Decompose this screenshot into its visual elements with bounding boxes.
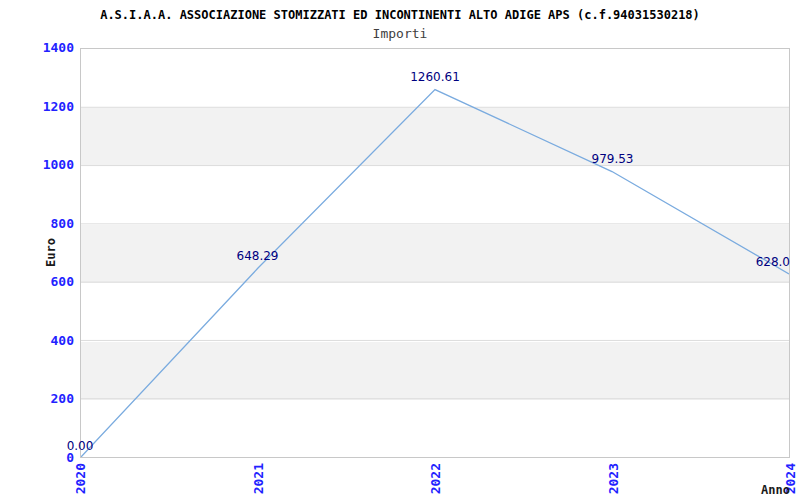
- x-tick-label: 2021: [251, 463, 266, 494]
- x-tick-label: 2020: [73, 463, 88, 494]
- y-tick-label: 200: [0, 391, 74, 407]
- chart-subtitle: Importi: [0, 26, 800, 41]
- chart-title: A.S.I.A.A. ASSOCIAZIONE STOMIZZATI ED IN…: [0, 8, 800, 22]
- y-tick-label: 400: [0, 333, 74, 349]
- data-line: [81, 90, 789, 457]
- y-tick-label: 1400: [0, 40, 74, 56]
- x-tick-label: 2022: [428, 463, 443, 494]
- y-tick-label: 800: [0, 216, 74, 232]
- plot-area: [80, 48, 790, 458]
- x-tick-label: 2023: [606, 463, 621, 494]
- line-chart: A.S.I.A.A. ASSOCIAZIONE STOMIZZATI ED IN…: [0, 0, 800, 500]
- x-axis-label: Anno: [761, 483, 790, 497]
- y-tick-label: 600: [0, 274, 74, 290]
- y-axis-label: Euro: [44, 238, 58, 267]
- line-series-svg: [81, 49, 789, 457]
- y-tick-label: 1200: [0, 99, 74, 115]
- y-tick-label: 0: [0, 450, 74, 466]
- y-tick-label: 1000: [0, 157, 74, 173]
